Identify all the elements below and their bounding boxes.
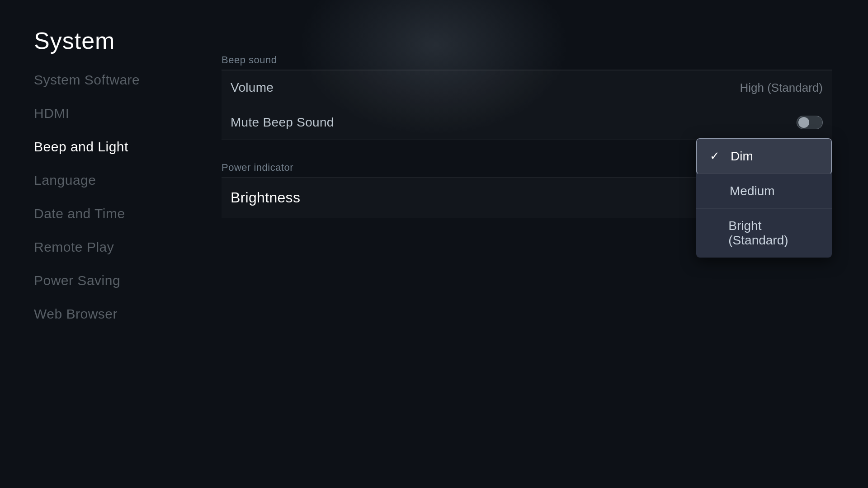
- volume-value: High (Standard): [740, 81, 823, 95]
- mute-beep-row[interactable]: Mute Beep Sound: [222, 105, 832, 140]
- beep-sound-group: Volume High (Standard) Mute Beep Sound: [222, 70, 832, 140]
- volume-label: Volume: [231, 80, 274, 95]
- page-title: System: [34, 27, 115, 54]
- sidebar-item-remote-play[interactable]: Remote Play: [34, 230, 206, 264]
- sidebar-item-language[interactable]: Language: [34, 164, 206, 197]
- sidebar-item-system-software[interactable]: System Software: [34, 63, 206, 97]
- brightness-dropdown[interactable]: ✓ Dim Medium Bright (Standard): [696, 138, 832, 258]
- power-indicator-section: Power indicator Brightness ✓ Dim Medium …: [222, 162, 832, 218]
- brightness-option-dim[interactable]: ✓ Dim: [696, 138, 832, 174]
- beep-sound-section-label: Beep sound: [222, 54, 832, 66]
- sidebar-item-date-and-time[interactable]: Date and Time: [34, 197, 206, 230]
- mute-beep-label: Mute Beep Sound: [231, 115, 334, 130]
- sidebar-item-power-saving[interactable]: Power Saving: [34, 264, 206, 297]
- brightness-option-medium[interactable]: Medium: [696, 174, 832, 209]
- medium-label: Medium: [730, 184, 775, 198]
- dim-label: Dim: [731, 149, 753, 164]
- checkmark-icon: ✓: [710, 149, 722, 163]
- volume-row[interactable]: Volume High (Standard): [222, 70, 832, 105]
- sidebar: System Software HDMI Beep and Light Lang…: [34, 63, 206, 331]
- brightness-label: Brightness: [231, 189, 300, 206]
- mute-beep-toggle[interactable]: [797, 116, 823, 129]
- sidebar-item-web-browser[interactable]: Web Browser: [34, 297, 206, 331]
- sidebar-item-beep-and-light[interactable]: Beep and Light: [34, 130, 206, 164]
- main-content: Beep sound Volume High (Standard) Mute B…: [222, 54, 832, 218]
- brightness-row[interactable]: Brightness ✓ Dim Medium Bright (Standard…: [222, 177, 832, 218]
- brightness-option-bright[interactable]: Bright (Standard): [696, 209, 832, 258]
- bright-label: Bright (Standard): [728, 219, 819, 248]
- sidebar-item-hdmi[interactable]: HDMI: [34, 97, 206, 130]
